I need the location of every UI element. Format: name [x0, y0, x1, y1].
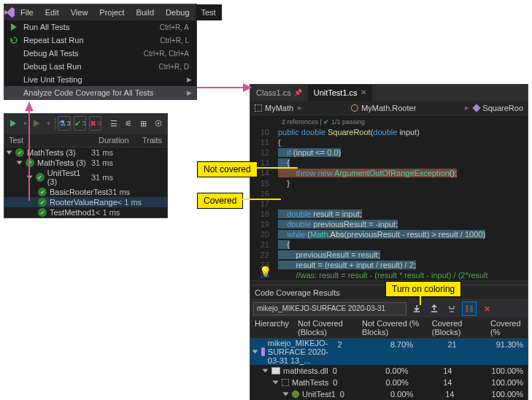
test-duration: < 1 ms	[117, 198, 146, 207]
breadcrumb-namespace[interactable]: MyMath	[255, 104, 293, 112]
group-button[interactable]: ⊞	[137, 116, 149, 131]
export-button[interactable]	[409, 301, 424, 316]
col-not-covered-pct[interactable]: Not Covered (% Blocks)	[358, 318, 428, 338]
coverage-cell: 2	[334, 339, 386, 365]
menu-debug-last-run[interactable]: Debug Last Run Ctrl+R, D	[4, 60, 196, 73]
separator	[55, 118, 55, 129]
menu-edit[interactable]: Edit	[39, 4, 65, 20]
pass-icon: ✓	[38, 198, 47, 207]
svg-rect-2	[466, 305, 469, 312]
test-name: MathTests (3)	[27, 148, 76, 157]
coverage-tree: mikejo_MIKEJO-SURFACE 2020-03-31 13_...2…	[250, 339, 528, 400]
col-test[interactable]: Test	[4, 134, 94, 147]
test-row[interactable]: ✓MathTests (3)31 ms	[4, 147, 167, 158]
breadcrumb-separator: ▸	[298, 103, 302, 112]
menu-label: Repeat Last Run	[23, 36, 84, 45]
test-name: UnitTest1 (3)	[47, 169, 91, 186]
menu-debug-all-tests[interactable]: Debug All Tests Ctrl+R, Ctrl+A	[4, 47, 196, 60]
lightbulb-icon[interactable]: 💡	[259, 266, 271, 277]
import-button[interactable]	[427, 301, 442, 316]
col-covered-blocks[interactable]: Covered (Blocks)	[428, 318, 486, 338]
coverage-cell: 0	[328, 377, 381, 388]
col-traits[interactable]: Traits	[138, 134, 167, 147]
test-duration: 31 ms	[91, 158, 135, 167]
coverage-row[interactable]: UnitTest100.00%14100.00%	[250, 388, 528, 400]
code-text[interactable]: 2 references | ✔ 1/1 passingpublic doubl…	[278, 115, 528, 280]
test-row[interactable]: ✓BasicRooterTest31 ms	[4, 187, 167, 197]
editor-tabs: Class1.cs 📌 UnitTest1.cs ✕	[250, 85, 528, 101]
col-not-covered-blocks[interactable]: Not Covered (Blocks)	[293, 318, 358, 338]
pass-icon: ✓	[15, 148, 24, 157]
coverage-cell: 100.00%	[487, 388, 528, 400]
menu-view[interactable]: View	[65, 4, 94, 20]
playlist-button[interactable]: ☰	[107, 116, 119, 131]
menu-repeat-last-run[interactable]: Repeat Last Run Ctrl+R, L	[4, 34, 196, 47]
merge-button[interactable]	[444, 301, 459, 316]
menu-file[interactable]: File	[15, 4, 39, 20]
test-duration: 31 ms	[108, 188, 142, 196]
tab-label: Class1.cs	[256, 85, 291, 101]
pass-icon: ✓	[26, 158, 34, 167]
coverage-cell: 0.00%	[386, 388, 441, 400]
menu-test[interactable]: Test	[196, 4, 222, 20]
namespace-icon	[255, 104, 262, 112]
coverage-cell: 0	[336, 388, 386, 400]
settings-button[interactable]	[153, 116, 164, 131]
cls-icon	[292, 391, 299, 398]
test-name: TestMethod1	[50, 208, 96, 217]
ns-icon	[282, 379, 289, 386]
breadcrumb-class[interactable]: MyMath.Rooter	[307, 104, 460, 112]
coverage-toolbar: mikejo_MIKEJO-SURFACE 2020-03-31 13_4 ▾ …	[250, 300, 528, 318]
run-button[interactable]	[31, 116, 42, 131]
show-coloring-button[interactable]	[462, 301, 477, 316]
breadcrumb: MyMath ▸ MyMath.Rooter ▸ SquareRoo	[250, 101, 528, 115]
test-row[interactable]: ✓MathTests (3)31 ms	[4, 158, 167, 168]
test-row[interactable]: ✓RooterValueRange< 1 ms	[4, 197, 167, 207]
annotation-covered: Covered	[197, 193, 243, 209]
menu-build[interactable]: Build	[131, 4, 160, 20]
menu-live-unit-testing[interactable]: Live Unit Testing ▶	[4, 73, 196, 86]
coverage-row[interactable]: MathTests00.00%14100.00%	[250, 377, 528, 388]
test-count-pass[interactable]: ✔3	[74, 116, 86, 131]
tab-label: UnitTest1.cs	[314, 85, 358, 101]
dropdown-arrow-icon[interactable]: ▼	[46, 120, 52, 127]
breadcrumb-method[interactable]: SquareRoo	[474, 104, 523, 112]
coverage-cell: 8.70%	[386, 339, 444, 365]
menu-label: Run All Tests	[23, 23, 69, 31]
run-all-button[interactable]	[7, 116, 19, 131]
marker-margin	[272, 115, 278, 280]
coverage-run-selector[interactable]: mikejo_MIKEJO-SURFACE 2020-03-31 13_4 ▾	[253, 302, 406, 315]
test-row[interactable]: ✓TestMethod1< 1 ms	[4, 207, 167, 218]
menu-run-all-tests[interactable]: Run All Tests Ctrl+R, A	[4, 20, 196, 34]
menu-label: Debug Last Run	[23, 62, 82, 71]
filter-button[interactable]: ⚟	[123, 116, 134, 131]
play-icon	[9, 22, 19, 32]
tab-unittest1[interactable]: UnitTest1.cs ✕	[308, 85, 372, 101]
coverage-row[interactable]: mathtests.dll00.00%14100.00%	[250, 365, 528, 377]
repeat-icon	[9, 35, 19, 45]
test-count-fail[interactable]: ✖0	[89, 116, 101, 131]
dropdown-arrow-icon[interactable]: ▼	[22, 120, 28, 127]
col-covered-pct[interactable]: Covered (%	[486, 318, 528, 338]
code-coverage-panel: Code Coverage Results mikejo_MIKEJO-SURF…	[250, 285, 528, 400]
menu-project[interactable]: Project	[93, 4, 130, 20]
pin-icon[interactable]: 📌	[294, 85, 302, 101]
coverage-name: mathtests.dll	[283, 366, 328, 375]
coverage-name: mikejo_MIKEJO-SURFACE 2020-03-31 13_...	[268, 339, 334, 365]
remove-button[interactable]: ✕	[479, 301, 494, 316]
col-duration[interactable]: Duration	[94, 134, 138, 147]
col-hierarchy[interactable]: Hierarchy	[250, 318, 293, 338]
test-count-flask[interactable]: ⚗3	[58, 116, 71, 131]
code-area[interactable]: 101112131415161718192021222324 2 referen…	[250, 115, 528, 280]
coverage-cell: 0.00%	[381, 365, 439, 377]
code-editor-panel: Class1.cs 📌 UnitTest1.cs ✕ MyMath ▸ MyMa…	[250, 84, 528, 296]
menu-analyze-code-coverage[interactable]: Analyze Code Coverage for All Tests ▶	[4, 86, 196, 99]
close-icon[interactable]: ✕	[361, 85, 366, 101]
test-row[interactable]: ✓UnitTest1 (3)31 ms	[4, 168, 167, 187]
method-icon	[473, 104, 481, 112]
menu-debug[interactable]: Debug	[160, 4, 195, 20]
coverage-row[interactable]: mikejo_MIKEJO-SURFACE 2020-03-31 13_...2…	[250, 339, 528, 365]
proj-icon	[261, 347, 265, 356]
coverage-cell: 14	[439, 377, 487, 388]
tab-class1[interactable]: Class1.cs 📌	[250, 85, 308, 101]
